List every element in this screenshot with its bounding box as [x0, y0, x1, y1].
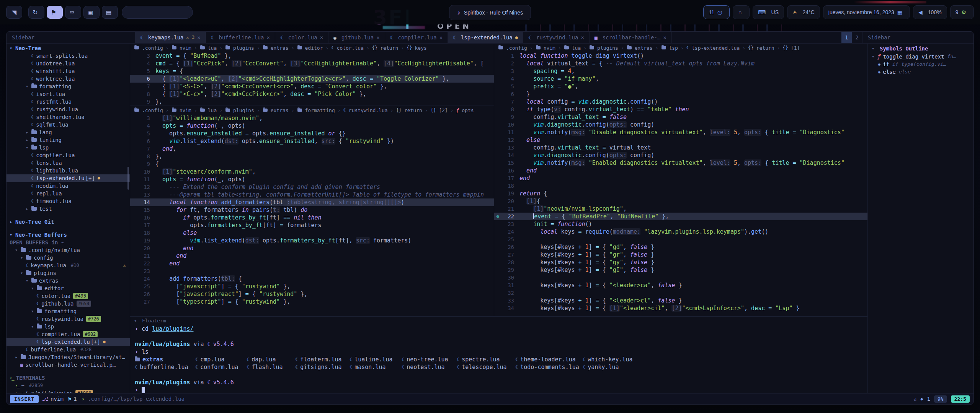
- tree-item[interactable]: ☾smart-splits.lua: [7, 52, 130, 60]
- tree-item[interactable]: ☾sqlfmt.lua: [7, 121, 130, 128]
- workspace-button-flag[interactable]: ⚑: [47, 6, 63, 19]
- tree-item[interactable]: ☾bufferline.lua#328: [7, 346, 130, 353]
- tab-compiler.lua[interactable]: ☾compiler.lua×: [385, 32, 448, 43]
- tree-item[interactable]: ☾timeout.lua: [7, 197, 130, 205]
- tree-item[interactable]: ☾lsp-extended.lu[+]●: [7, 338, 130, 346]
- breadcrumb-segment[interactable]: lsp: [669, 45, 678, 51]
- updates-module[interactable]: 11◷: [703, 5, 730, 19]
- tab-bufferline.lua[interactable]: ☾bufferline.lua×: [206, 32, 275, 43]
- neotree-subhead[interactable]: ›_TERMINALS: [7, 374, 130, 382]
- breadcrumb-segment[interactable]: formatting: [305, 107, 335, 113]
- tree-item[interactable]: ☾shellharden.lua: [7, 113, 130, 121]
- breadcrumb-segment[interactable]: editor: [305, 45, 323, 51]
- breadcrumb-segment[interactable]: return: [380, 45, 398, 51]
- outline-item[interactable]: ◈elseelse: [868, 68, 973, 76]
- breadcrumb-segment[interactable]: .config: [506, 45, 527, 51]
- outline-item[interactable]: ◈ifif type(config.vi…: [868, 60, 973, 68]
- breadcrumb-segment[interactable]: return: [756, 45, 774, 51]
- tab-scrollbar-handle-…[interactable]: ▦scrollbar-handle-…×: [590, 32, 672, 43]
- tabpage-1[interactable]: 1: [841, 32, 852, 43]
- tree-item[interactable]: ☾compiler.lua#682: [7, 330, 130, 338]
- tree-item[interactable]: ▾plugins: [7, 269, 130, 277]
- breadcrumb-segment[interactable]: plugins: [233, 107, 254, 113]
- tree-item[interactable]: ▸lang: [7, 128, 130, 136]
- tree-item[interactable]: ☾lens.lua: [7, 159, 130, 167]
- tree-item[interactable]: ▾.config/nvim/lua: [7, 246, 130, 254]
- breadcrumb-segment[interactable]: lua: [572, 45, 581, 51]
- breadcrumb-segment[interactable]: [2]: [439, 107, 448, 113]
- workspace-button-file[interactable]: ▤: [102, 6, 118, 19]
- tray-module[interactable]: 9⚙: [950, 5, 974, 19]
- date-module[interactable]: jueves, noviembre 16, 2023▦: [823, 5, 910, 19]
- tree-item[interactable]: ›_~#2859: [7, 382, 130, 389]
- breadcrumb-segment[interactable]: plugins: [233, 45, 254, 51]
- breadcrumb-segment[interactable]: rustywind.lua: [349, 107, 388, 113]
- tab-lsp-extended.lua[interactable]: ☾lsp-extended.lua●: [448, 32, 523, 43]
- tree-item[interactable]: ▾formatting: [7, 307, 130, 315]
- tree-item[interactable]: ☾winshift.lua: [7, 67, 130, 75]
- breadcrumb-segment[interactable]: nvim: [544, 45, 555, 51]
- tree-item[interactable]: ▾editor: [7, 285, 130, 292]
- breadcrumb-segment[interactable]: color.lua: [337, 45, 364, 51]
- workspace-button-refresh[interactable]: ↻: [28, 6, 44, 19]
- tree-item[interactable]: ▾lsp: [7, 323, 130, 330]
- breadcrumb-segment[interactable]: extras: [635, 45, 653, 51]
- tree-item[interactable]: ☾rustywind.lua#726: [7, 315, 130, 323]
- breadcrumb-segment[interactable]: extras: [271, 107, 289, 113]
- tree-item[interactable]: ▦scrollbar-handle-vertical.p…: [7, 361, 130, 369]
- breadcrumb-segment[interactable]: lua: [208, 45, 217, 51]
- outline-item[interactable]: ▾ƒtoggle_diag_virtextfu…: [868, 53, 973, 60]
- tree-item[interactable]: ☾rustfmt.lua: [7, 98, 130, 106]
- breadcrumb-segment[interactable]: nvim: [180, 45, 191, 51]
- sidebar-scrollbar-handle[interactable]: [127, 167, 129, 190]
- media-notification[interactable]: ♪ Spiritbox - Rule Of Nines: [449, 5, 531, 20]
- tree-item[interactable]: ☾keymaps.lua#10⚠: [7, 262, 130, 269]
- tree-item[interactable]: ☾repl.lua: [7, 190, 130, 197]
- close-icon[interactable]: ×: [320, 34, 323, 41]
- tree-item[interactable]: ☾worktree.lua: [7, 75, 130, 83]
- tree-item[interactable]: ▾extras: [7, 277, 130, 285]
- breadcrumb-segment[interactable]: return: [404, 107, 422, 113]
- launcher-button[interactable]: ◥: [6, 6, 22, 19]
- topbar-search-input[interactable]: [122, 6, 193, 19]
- breadcrumb-segment[interactable]: lua: [208, 107, 217, 113]
- close-icon[interactable]: ×: [581, 34, 584, 41]
- tree-item[interactable]: ▸linting: [7, 136, 130, 144]
- close-icon[interactable]: ×: [197, 34, 200, 41]
- tree-item[interactable]: ☾neodim.lua: [7, 182, 130, 190]
- breadcrumb-segment[interactable]: .config: [142, 45, 163, 51]
- keyboard-layout-module[interactable]: ⌨US: [753, 5, 784, 19]
- headphones-module[interactable]: ∩: [733, 5, 750, 19]
- tree-item[interactable]: ☾rustywind.lua: [7, 106, 130, 113]
- tree-item[interactable]: ☾github.lua#654: [7, 300, 130, 307]
- tab-rustywind.lua[interactable]: ☾rustywind.lua×: [523, 32, 590, 43]
- weather-module[interactable]: ☀24°C: [787, 5, 820, 19]
- breadcrumb-segment[interactable]: keys: [415, 45, 427, 51]
- close-icon[interactable]: ×: [663, 34, 666, 41]
- outline-header[interactable]: ▾ Symbols Outline: [868, 44, 973, 53]
- tabpage-2[interactable]: 2: [852, 32, 862, 43]
- neotree-header[interactable]: ▾Neo-Tree Buffers: [7, 231, 130, 239]
- breadcrumb-segment[interactable]: nvim: [180, 107, 191, 113]
- close-icon[interactable]: ×: [439, 34, 443, 41]
- tree-item[interactable]: ▾config: [7, 254, 130, 262]
- tree-item[interactable]: ›_~/.c/n/l/plugins#3980: [7, 389, 130, 393]
- close-icon[interactable]: ×: [267, 34, 270, 41]
- tab-color.lua[interactable]: ☾color.lua×: [275, 32, 328, 43]
- floaterm-titlebar[interactable]: ▾ Floaterm: [130, 317, 867, 325]
- tree-item[interactable]: ☾isort.lua: [7, 90, 130, 98]
- breadcrumb-segment[interactable]: lsp-extended.lua: [692, 45, 740, 51]
- neotree-header[interactable]: ▾Neo-Tree: [7, 44, 130, 52]
- tree-item[interactable]: ☾lightbulb.lua: [7, 167, 130, 174]
- neotree-subhead[interactable]: OPEN BUFFERS in ~: [7, 239, 130, 246]
- breadcrumb-segment[interactable]: opts: [462, 107, 474, 113]
- tab-github.lua[interactable]: ◉github.lua×: [328, 32, 385, 43]
- tree-item[interactable]: ▸Juegos/Indies/SteamLibrary/st…: [7, 353, 130, 361]
- workspace-button-copy[interactable]: ▣: [83, 6, 100, 19]
- workspace-button-link[interactable]: ∞: [65, 6, 81, 19]
- breadcrumb-segment[interactable]: extras: [271, 45, 289, 51]
- neotree-header[interactable]: ▸Neo-Tree Git: [7, 218, 130, 226]
- breadcrumb-segment[interactable]: [1]: [791, 45, 800, 51]
- tree-item[interactable]: ☾lsp-extended.lu[+]●: [7, 174, 130, 182]
- volume-module[interactable]: ◀100%: [913, 5, 947, 19]
